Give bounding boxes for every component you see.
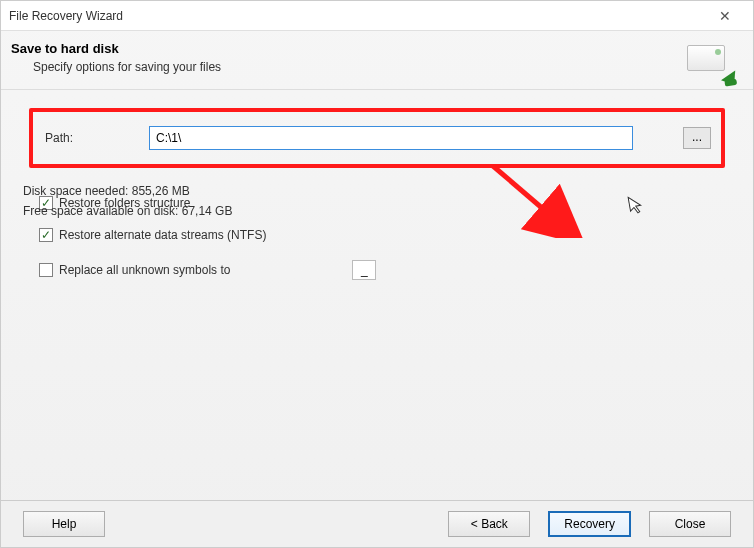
path-input[interactable] (149, 126, 633, 150)
restore-ads-checkbox[interactable] (39, 228, 53, 242)
disk-space-free: Free space available on disk: 67,14 GB (23, 204, 232, 218)
replace-symbols-input[interactable] (352, 260, 376, 280)
recovery-button[interactable]: Recovery (548, 511, 631, 537)
wizard-header: Save to hard disk Specify options for sa… (1, 31, 753, 89)
restore-ads-option[interactable]: Restore alternate data streams (NTFS) (39, 228, 725, 242)
disk-space-needed: Disk space needed: 855,26 MB (23, 184, 232, 198)
restore-ads-label: Restore alternate data streams (NTFS) (59, 228, 266, 242)
file-recovery-wizard-window: File Recovery Wizard ✕ Save to hard disk… (0, 0, 754, 548)
back-button[interactable]: < Back (448, 511, 530, 537)
page-heading: Save to hard disk (11, 41, 221, 56)
close-icon: ✕ (719, 8, 731, 24)
replace-symbols-option[interactable]: Replace all unknown symbols to (39, 260, 725, 280)
titlebar: File Recovery Wizard ✕ (1, 1, 753, 31)
close-button[interactable]: Close (649, 511, 731, 537)
header-text: Save to hard disk Specify options for sa… (11, 41, 221, 74)
window-close-button[interactable]: ✕ (705, 4, 745, 28)
wizard-footer: Help < Back Recovery Close (1, 500, 753, 547)
page-subheading: Specify options for saving your files (33, 60, 221, 74)
replace-symbols-label: Replace all unknown symbols to (59, 263, 230, 277)
help-button[interactable]: Help (23, 511, 105, 537)
window-title: File Recovery Wizard (9, 9, 123, 23)
path-label: Path: (45, 131, 105, 145)
replace-symbols-checkbox[interactable] (39, 263, 53, 277)
disk-info: Disk space needed: 855,26 MB Free space … (23, 184, 232, 224)
browse-button[interactable]: ... (683, 127, 711, 149)
wizard-body: Path: ... Restore folders structure Rest… (1, 90, 753, 290)
path-section-highlight: Path: ... (29, 108, 725, 168)
harddisk-icon (685, 41, 735, 81)
footer-right-group: < Back Recovery Close (448, 511, 731, 537)
